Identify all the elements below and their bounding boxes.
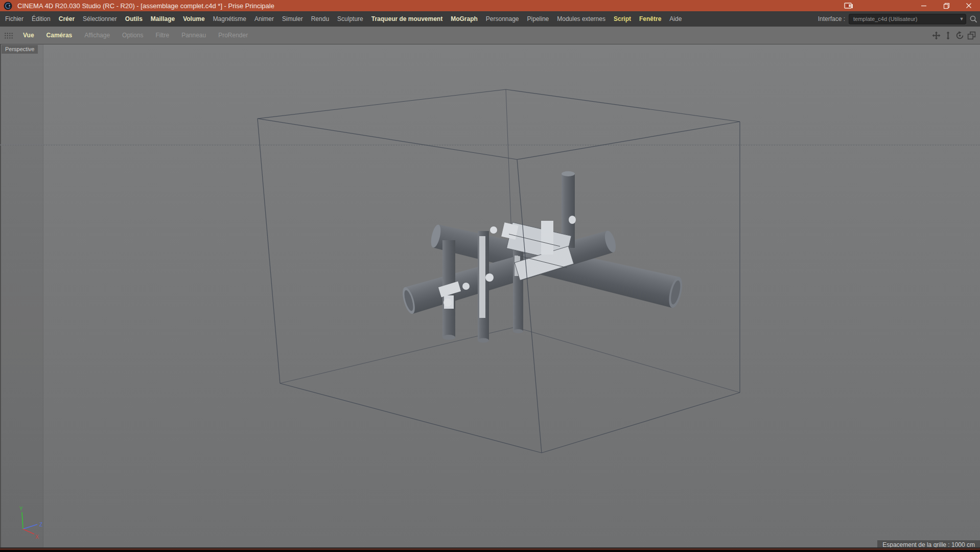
menu-item-fenetre[interactable]: Fenêtre — [635, 11, 665, 27]
window-controls — [913, 0, 980, 11]
menu-bar: FichierÉditionCréerSélectionnerOutilsMai… — [0, 11, 980, 27]
menu-item-personnage[interactable]: Personnage — [482, 11, 523, 27]
viewport-menu-item-filtre[interactable]: Filtre — [149, 27, 175, 44]
viewport-nav-tools — [932, 31, 980, 40]
menu-item-maillage[interactable]: Maillage — [147, 11, 179, 27]
menu-item-script[interactable]: Script — [610, 11, 635, 27]
application-window: Y Z X Perspective Espacement de la grill… — [0, 0, 980, 552]
close-button[interactable] — [958, 0, 980, 11]
viewport-menu-item-options[interactable]: Options — [116, 27, 149, 44]
zoom-view-icon[interactable] — [944, 31, 952, 40]
search-icon[interactable] — [969, 15, 978, 24]
viewport-menu-item-cameras[interactable]: Caméras — [40, 27, 79, 44]
menu-items: FichierÉditionCréerSélectionnerOutilsMai… — [0, 11, 686, 27]
chevron-down-icon: ▼ — [958, 16, 966, 21]
interface-dropdown-value: template_c4d (Utilisateur) — [849, 16, 958, 22]
viewport-3d[interactable] — [0, 44, 980, 547]
menu-item-edition[interactable]: Édition — [28, 11, 55, 27]
menu-item-volume[interactable]: Volume — [179, 11, 208, 27]
cinema4d-app-icon — [4, 2, 12, 10]
menu-item-fichier[interactable]: Fichier — [1, 11, 28, 27]
window-title: CINEMA 4D R20.030 Studio (RC - R20) - [a… — [17, 2, 274, 10]
title-bar: CINEMA 4D R20.030 Studio (RC - R20) - [a… — [0, 0, 980, 11]
menu-item-creer[interactable]: Créer — [55, 11, 79, 27]
menu-item-magnetisme[interactable]: Magnétisme — [209, 11, 250, 27]
viewport-left-shade — [0, 44, 43, 547]
drag-handle-icon[interactable] — [4, 32, 14, 39]
menu-item-traqueur-de-mouvement[interactable]: Traqueur de mouvement — [367, 11, 447, 27]
viewport-menu-items: VueCamérasAffichageOptionsFiltrePanneauP… — [14, 27, 254, 44]
menu-item-sculpture[interactable]: Sculpture — [333, 11, 367, 27]
menu-item-simuler[interactable]: Simuler — [278, 11, 307, 27]
viewport-menu-item-affichage[interactable]: Affichage — [78, 27, 116, 44]
menu-item-rendu[interactable]: Rendu — [307, 11, 333, 27]
viewport-menu-bar: VueCamérasAffichageOptionsFiltrePanneauP… — [0, 27, 980, 44]
interface-selector: Interface : template_c4d (Utilisateur) ▼ — [818, 11, 980, 27]
tablet-indicator — [844, 0, 853, 11]
rotate-view-icon[interactable] — [955, 31, 964, 40]
minimize-button[interactable] — [913, 0, 935, 11]
menu-item-mograph[interactable]: MoGraph — [447, 11, 482, 27]
menu-item-selectionner[interactable]: Sélectionner — [79, 11, 121, 27]
camera-view-label[interactable]: Perspective — [2, 45, 38, 54]
interface-label: Interface : — [818, 15, 845, 22]
interface-dropdown[interactable]: template_c4d (Utilisateur) ▼ — [849, 14, 966, 25]
minimize-icon — [921, 3, 927, 9]
tablet-icon — [844, 2, 853, 9]
viewport-menu-item-prorender[interactable]: ProRender — [212, 27, 254, 44]
viewport-menu-item-panneau[interactable]: Panneau — [175, 27, 212, 44]
menu-item-outils[interactable]: Outils — [121, 11, 147, 27]
viewport-menu-item-vue[interactable]: Vue — [17, 27, 40, 44]
menu-item-animer[interactable]: Animer — [250, 11, 278, 27]
bottom-edge — [0, 550, 980, 552]
close-icon — [966, 3, 972, 9]
pan-view-icon[interactable] — [932, 31, 941, 40]
menu-item-modules-externes[interactable]: Modules externes — [553, 11, 610, 27]
menu-item-pipeline[interactable]: Pipeline — [523, 11, 553, 27]
menu-item-aide[interactable]: Aide — [665, 11, 686, 27]
toggle-view-layout-icon[interactable] — [967, 31, 976, 40]
maximize-button[interactable] — [935, 0, 958, 11]
restore-icon — [943, 3, 950, 9]
